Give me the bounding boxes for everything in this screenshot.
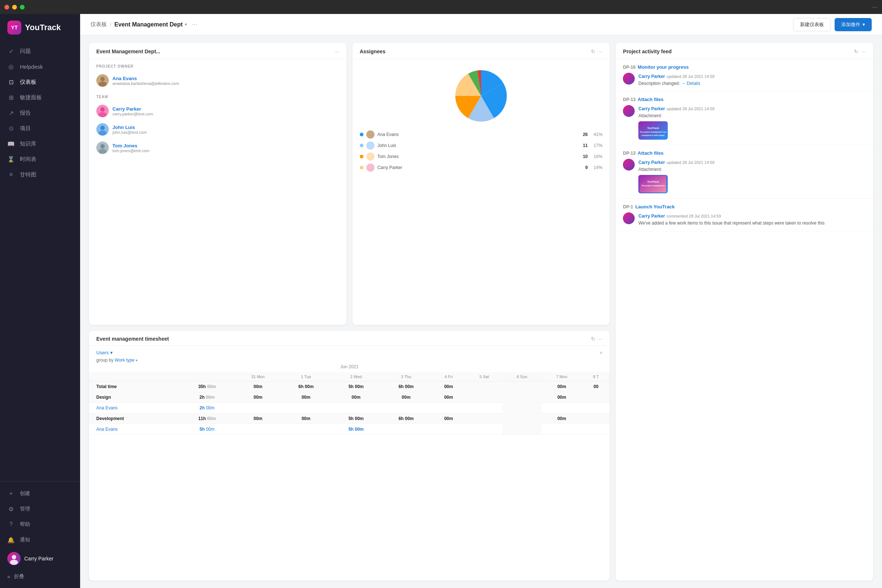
ana-dev-5: [466, 424, 502, 435]
activity-title-0[interactable]: Monitor your progress: [638, 64, 689, 70]
design-1: 00m: [281, 392, 331, 403]
assignee-pct-3: 14%: [594, 165, 602, 170]
timesheet-dots[interactable]: ···: [598, 336, 603, 342]
sidebar-item-gantt[interactable]: ≡ 甘特图: [0, 167, 80, 182]
total-6: [502, 381, 542, 392]
sidebar-create[interactable]: + 创建: [0, 486, 80, 501]
activity-title-3[interactable]: Launch YouTrack: [635, 204, 675, 210]
activity-content-3: Carry Parker commented 28 Jul 2021 14:59…: [638, 212, 866, 226]
svg-text:The project management: The project management: [642, 184, 665, 187]
sidebar-item-timesheet[interactable]: ⌛ 时间表: [0, 152, 80, 167]
activity-card-header: Project activity feed ↻ ···: [616, 43, 873, 59]
breadcrumb-current[interactable]: Event Management Dept ▾: [114, 21, 187, 28]
sidebar-help-label: 帮助: [20, 521, 30, 528]
owner-name[interactable]: Ana Evans: [112, 76, 179, 81]
avatar: [8, 552, 21, 565]
team-name-2[interactable]: Tom Jones: [112, 143, 149, 148]
activity-title-2[interactable]: Attach files: [638, 150, 663, 156]
sidebar-item-reports-label: 报告: [20, 110, 31, 117]
th-1tue: 1 Tue: [281, 372, 331, 381]
team-name-0[interactable]: Carry Parker: [112, 106, 153, 112]
header-dots[interactable]: ···: [192, 21, 197, 28]
sidebar-item-projects[interactable]: ⊙ 项目: [0, 120, 80, 136]
sidebar-item-helpdesk[interactable]: ◎ Helpdesk: [0, 59, 80, 74]
activity-desc-1: Attachment:: [638, 113, 866, 118]
dev-8: [582, 413, 610, 424]
assignees-dots[interactable]: ···: [598, 48, 603, 54]
design-31: 00m: [235, 392, 281, 403]
sidebar-item-agile[interactable]: ⊞ 敏捷面板: [0, 90, 80, 105]
sidebar-item-issues[interactable]: ✓ 问题: [0, 44, 80, 59]
minimize-button[interactable]: [12, 5, 17, 9]
activity-link-0[interactable]: → Details: [681, 81, 700, 86]
time-table: 31 Mon 1 Tue 2 Wed 3 Thu 4 Fri 5 Sat 6 S…: [89, 372, 610, 435]
assignee-count-3: 9: [585, 165, 588, 170]
team-name-1[interactable]: John Luis: [112, 124, 147, 130]
breadcrumb-root[interactable]: 仪表板: [90, 21, 107, 28]
sidebar-help[interactable]: ? 帮助: [0, 517, 80, 532]
activity-item-2: DP-13 Attach files Carry Parker updated …: [616, 145, 873, 199]
activity-id-1: DP-13: [623, 97, 635, 102]
timesheet-nav-arrows[interactable]: »: [600, 350, 603, 356]
svg-point-14: [99, 149, 106, 154]
activity-id-2: DP-13: [623, 151, 635, 156]
sidebar-admin-label: 管理: [20, 506, 30, 512]
logo-text: YouTrack: [25, 23, 61, 32]
sidebar-notifications[interactable]: 🔔 通知: [0, 532, 80, 548]
add-widget-chevron: ▾: [862, 22, 865, 27]
projects-icon: ⊙: [8, 124, 15, 132]
ana-dev-2: 5h 00m: [331, 424, 381, 435]
project-card-header: Event Management Dept... ···: [89, 43, 346, 59]
assignee-dot-1: [360, 144, 363, 147]
activity-body-3: Carry Parker commented 28 Jul 2021 14:59…: [623, 212, 866, 226]
logo-icon: YT: [8, 21, 21, 34]
new-dashboard-button[interactable]: 新建仪表板: [793, 18, 831, 31]
sidebar-item-gantt-label: 甘特图: [20, 171, 36, 178]
th-6sun: 6 Sun: [502, 372, 542, 381]
activity-title-1[interactable]: Attach files: [638, 97, 663, 102]
titlebar-menu[interactable]: ···: [872, 3, 878, 11]
timesheet-refresh-icon[interactable]: ↻: [591, 336, 596, 342]
sidebar-item-reports[interactable]: ↗ 报告: [0, 105, 80, 120]
th-time: [179, 372, 235, 381]
activity-avatar-1: [623, 105, 634, 117]
sidebar-admin[interactable]: ⚙ 管理: [0, 501, 80, 517]
total-time: 35h 00m: [179, 381, 235, 392]
sidebar-item-knowledge[interactable]: 📖 知识库: [0, 136, 80, 152]
activity-user-0[interactable]: Carry Parker: [638, 74, 665, 79]
project-card-dots[interactable]: ···: [335, 48, 339, 54]
team-member-0: Carry Parker carry.parker@test.com: [89, 102, 346, 120]
ana-design-8: [582, 403, 610, 413]
table-row-total: Total time 35h 00m 00m 6h 00m 5h 00m 6h …: [89, 381, 610, 392]
work-type-link[interactable]: Work type: [115, 358, 135, 363]
design-2: 00m: [331, 392, 381, 403]
close-button[interactable]: [4, 5, 9, 9]
dashboard-icon: ⊡: [8, 78, 15, 86]
assignee-pic-1: [366, 141, 375, 150]
activity-refresh-icon[interactable]: ↻: [854, 48, 858, 54]
svg-text:compared to task simply: compared to task simply: [642, 134, 665, 136]
activity-header-3: DP-1 Launch YouTrack: [623, 204, 866, 210]
assignees-card: Assignees ↻ ···: [352, 43, 610, 325]
activity-user-1[interactable]: Carry Parker: [638, 106, 665, 111]
activity-user-3[interactable]: Carry Parker: [638, 213, 665, 219]
sidebar-item-dashboard[interactable]: ⊡ 仪表板: [0, 74, 80, 90]
assignees-refresh-icon[interactable]: ↻: [591, 48, 596, 54]
activity-body-0: Carry Parker updated 28 Jul 2021 14:59 D…: [623, 73, 866, 86]
assignee-dot-3: [360, 166, 363, 170]
user-section[interactable]: Carry Parker: [0, 548, 80, 570]
activity-user-2[interactable]: Carry Parker: [638, 160, 665, 165]
sidebar-logo[interactable]: YT YouTrack: [0, 14, 80, 41]
design-6: [502, 392, 542, 403]
maximize-button[interactable]: [20, 5, 25, 9]
assignee-dot-2: [360, 155, 363, 158]
ana-design-4: [431, 403, 466, 413]
activity-id-3: DP-1: [623, 204, 633, 210]
reports-icon: ↗: [8, 109, 15, 117]
users-dropdown[interactable]: Users ▾: [96, 350, 113, 356]
dashboard-grid: Event Management Dept... ··· PROJECT OWN…: [80, 35, 882, 588]
dev-6: [502, 413, 542, 424]
collapse-button[interactable]: « 折叠: [0, 570, 80, 584]
activity-dots[interactable]: ···: [861, 48, 866, 54]
add-widget-button[interactable]: 添加微件 ▾: [835, 18, 872, 31]
